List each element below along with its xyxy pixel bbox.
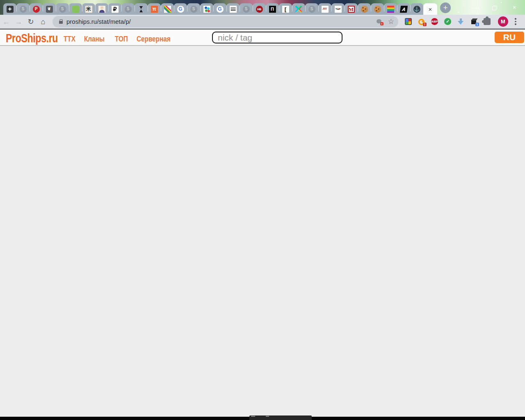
site-logo[interactable]: ProShips.ru — [6, 32, 58, 45]
cube-extension-icon[interactable]: 1 — [470, 18, 477, 25]
pinterest-tab-icon: P — [33, 6, 40, 13]
pinned-tab[interactable] — [161, 3, 174, 15]
adblock-plus-extension-icon[interactable]: ABP — [431, 18, 438, 25]
rainbow-slash-tab-icon — [164, 6, 171, 13]
active-tab[interactable]: × — [423, 3, 437, 15]
pinned-tab[interactable]: G — [174, 3, 187, 15]
pinned-tab[interactable] — [292, 3, 305, 15]
close-window-button[interactable]: × — [510, 5, 518, 10]
browser-toolbar: ← → ↻ ⌂ proships.ru/stat/meta/p/ × ☆ !AB… — [0, 15, 525, 29]
pinned-tab[interactable]: ⚓ — [410, 3, 423, 15]
bookmark-star-icon[interactable]: ☆ — [388, 18, 394, 25]
pinned-tab[interactable]: S — [16, 3, 30, 15]
pinned-tab[interactable] — [200, 3, 213, 15]
pinned-tab[interactable] — [95, 3, 108, 15]
minimize-button[interactable]: — — [470, 5, 478, 10]
puzzle-extensions-icon[interactable] — [484, 18, 491, 25]
pinned-tab[interactable] — [358, 3, 371, 15]
photos-mosaic-extension-icon[interactable] — [405, 18, 412, 25]
lt-red-tab-icon: ЛТ — [322, 6, 329, 13]
pinned-tab[interactable]: М — [345, 3, 358, 15]
nav-link-ttx[interactable]: ТТХ — [64, 35, 75, 43]
download-arrow-extension-icon[interactable] — [457, 18, 464, 25]
pinned-tab[interactable]: НВ — [253, 3, 266, 15]
pi-tab-icon: π — [151, 6, 158, 13]
taskbar-peek[interactable] — [249, 415, 312, 420]
pinned-tab[interactable]: S — [121, 3, 135, 15]
pinned-tab[interactable] — [3, 3, 16, 15]
m-serif-tab-icon: М — [348, 6, 355, 13]
play-x-tab-icon — [295, 6, 302, 13]
p-black-tab-icon: П — [269, 6, 276, 13]
url-text[interactable]: proships.ru/stat/meta/p/ — [66, 18, 131, 25]
pinned-tab[interactable]: ЛТ — [318, 3, 331, 15]
nav-link-server[interactable]: Серверная — [137, 35, 171, 43]
site-header: ProShips.ru ТТХ Кланы ТОП Серверная RU — [0, 29, 525, 46]
pinned-tab[interactable] — [371, 3, 384, 15]
pinned-tab[interactable]: ₽ — [108, 3, 121, 15]
default-favicon-tab-icon: S — [243, 6, 250, 13]
default-favicon-tab-icon: S — [190, 6, 197, 13]
page-content: Активация Windows Чтобы активировать Win… — [0, 46, 525, 417]
window-controls: — × — [463, 0, 525, 15]
pinned-tab[interactable] — [384, 3, 397, 15]
address-bar[interactable]: proships.ru/stat/meta/p/ × ☆ — [52, 16, 398, 27]
a-black-tab-icon: A — [399, 6, 407, 13]
tab-close-icon[interactable]: × — [429, 6, 432, 12]
profile-avatar[interactable]: M — [498, 16, 508, 27]
color-balls-tab-icon — [203, 6, 210, 13]
person-avatar-tab-icon — [98, 6, 105, 13]
pinned-tab[interactable]: [ — [279, 3, 292, 15]
restore-button[interactable] — [492, 5, 497, 10]
kanji-tab-icon: 米 — [85, 6, 92, 13]
pinned-tab[interactable]: S — [240, 3, 253, 15]
pinned-tab[interactable] — [226, 3, 240, 15]
pinned-tab[interactable]: ❦ — [43, 3, 56, 15]
site-nav: ТТХ Кланы ТОП Серверная — [64, 35, 176, 43]
home-button[interactable]: ⌂ — [37, 18, 49, 25]
extension-badge: 1 — [475, 23, 479, 26]
pinned-tab[interactable]: G — [213, 3, 226, 15]
sparkle-tab-icon — [7, 6, 14, 13]
nav-link-clans[interactable]: Кланы — [84, 35, 105, 43]
google-tab-icon: G — [217, 6, 224, 13]
key-extension-icon[interactable]: ! — [418, 18, 425, 25]
cookie-tab-icon — [374, 6, 381, 13]
pinned-tab[interactable]: A — [397, 3, 410, 15]
pinned-tab[interactable]: S — [187, 3, 200, 15]
default-favicon-tab-icon: S — [59, 6, 66, 13]
extension-badge: ! — [423, 23, 427, 26]
pinned-tab[interactable] — [69, 3, 82, 15]
reload-button[interactable]: ↻ — [25, 18, 37, 25]
nav-link-top[interactable]: ТОП — [115, 35, 128, 43]
hourglass-tab-icon — [138, 6, 145, 13]
bracket-tab-icon: [ — [282, 6, 289, 13]
media-error-icon[interactable]: × — [377, 19, 382, 24]
pinned-tab[interactable]: 米 — [82, 3, 95, 15]
tab-strip: SP❦S米₽SπGSGSНВП[SЛТT&PМA⚓×+ — [3, 0, 451, 15]
pinned-tab[interactable] — [135, 3, 148, 15]
pinned-tab[interactable]: S — [56, 3, 69, 15]
default-favicon-tab-icon: S — [20, 6, 27, 13]
window-frame: SP❦S米₽SπGSGSНВП[SЛТT&PМA⚓×+ — × — [0, 0, 525, 15]
browser-menu-button[interactable] — [515, 18, 516, 25]
forward-button[interactable]: → — [12, 18, 25, 25]
language-ru-button[interactable]: RU — [495, 32, 524, 43]
player-search-input[interactable] — [212, 32, 342, 43]
pinned-tab[interactable]: π — [148, 3, 161, 15]
barcode-tab-icon — [230, 6, 237, 13]
pinned-tab[interactable]: T&P — [331, 3, 345, 15]
google-tab-icon: G — [177, 6, 184, 13]
new-tab-button[interactable]: + — [440, 2, 451, 13]
pinned-tab[interactable]: S — [305, 3, 318, 15]
rainbow-flag-tab-icon — [387, 6, 394, 13]
warships-anchor-tab-icon: ⚓ — [413, 6, 420, 13]
error-badge: × — [380, 22, 383, 25]
cookie-tab-icon — [361, 6, 368, 13]
pinned-tab[interactable]: П — [266, 3, 279, 15]
hb-red-tab-icon: НВ — [256, 6, 263, 13]
check-extension-icon[interactable]: ✓ — [444, 18, 451, 25]
pinned-tab[interactable]: P — [30, 3, 43, 15]
back-button[interactable]: ← — [0, 18, 12, 25]
secure-lock-icon[interactable] — [59, 21, 63, 24]
